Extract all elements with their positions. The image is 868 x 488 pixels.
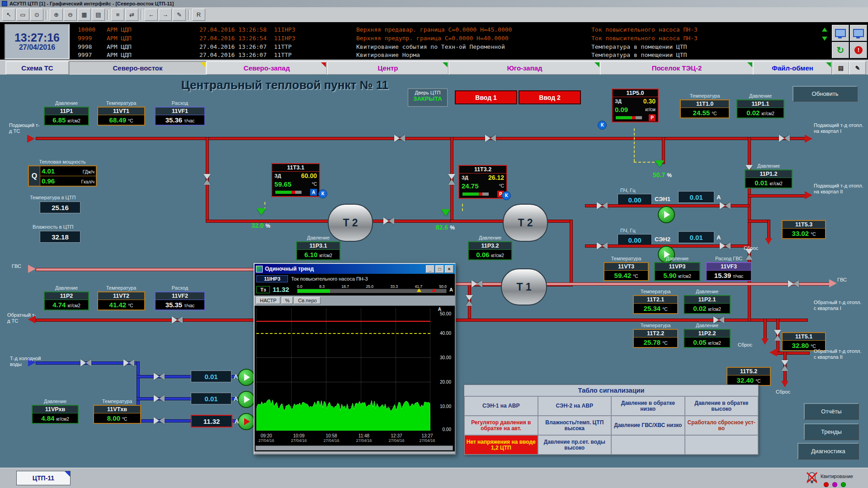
alert-icon-button[interactable]: ! <box>850 42 867 58</box>
instrument-unit: °С <box>122 417 127 422</box>
flow-arrow <box>805 135 812 143</box>
instrument-value: 6.85 <box>52 116 66 124</box>
scroll-up-button[interactable] <box>822 28 827 32</box>
warning-marker <box>417 288 421 292</box>
refresh-button[interactable]: Обновить <box>793 86 858 102</box>
pump3-current: 11.32А <box>191 415 239 427</box>
menu-button[interactable]: ≡ <box>111 9 124 21</box>
grid-view-button[interactable]: ▦ <box>78 9 91 21</box>
tab-shema-ts[interactable]: Схема ТС <box>5 61 69 75</box>
bell-muted-icon[interactable] <box>806 471 818 484</box>
scroll-down-button[interactable] <box>822 37 827 41</box>
pv-value: 59.65 <box>274 180 292 188</box>
instrument-11P3.2: Давление 11P3.2 0.06кг/см2 <box>468 235 512 260</box>
status-dots <box>824 481 849 488</box>
edit-button[interactable]: ✎ <box>173 9 186 21</box>
pump-current-value: 0.01 <box>191 371 231 382</box>
tab-severo-vostok[interactable]: Северо-восток <box>69 61 207 75</box>
pump-icon[interactable] <box>238 391 255 408</box>
event-row[interactable]: 9997АРМ ЦДП27.04.2016 13:26:0711TTPКвити… <box>78 51 687 59</box>
k-badge: К <box>598 121 607 130</box>
close-button[interactable]: × <box>445 265 453 273</box>
instrument-tag: 11VF3 <box>707 263 751 271</box>
valve-icon <box>154 373 165 380</box>
shape-tool-button[interactable]: ▭ <box>16 9 29 21</box>
event-row[interactable]: 9998АРМ ЦДП27.04.2016 13:26:0711TTPКвити… <box>78 43 687 51</box>
event-row[interactable]: 9999АРМ ЦДП27.04.2016 13:26:5411IHP3Верх… <box>78 34 698 42</box>
instrument-11T2.2: Температура 11T2.2 25.78°С <box>633 323 678 348</box>
control-valve-icon[interactable] <box>441 209 450 216</box>
event-tag: 11TTP <box>274 51 356 59</box>
zoom-out-button[interactable]: ⊖ <box>64 9 77 21</box>
instrument-caption: Давление <box>654 256 700 261</box>
workstation-icon-button[interactable] <box>832 25 849 41</box>
instrument-11T2.1: Температура 11T2.1 25.34°С <box>633 289 678 314</box>
y-tick: 30.00 <box>440 355 451 360</box>
app-icon <box>2 1 7 6</box>
tab-corner-flag <box>594 62 599 67</box>
alarm-marker <box>432 288 436 292</box>
instrument-Q: Тепловая мощность Q 4.01ГДж/ч 0.96Гкал/ч <box>28 159 97 187</box>
percent-button[interactable]: % <box>282 297 293 304</box>
instrument-value: 4.01 <box>42 167 55 175</box>
pump-icon[interactable] <box>238 369 255 386</box>
cursor-tool-button[interactable]: ↖ <box>2 9 15 21</box>
reports-button[interactable]: Отчёты <box>804 403 859 420</box>
control-valve-icon[interactable] <box>257 208 266 215</box>
tab-poselok-tec2[interactable]: Поселок ТЭЦ-2 <box>600 61 754 75</box>
sp-value: 26.12 <box>488 174 504 181</box>
controller-11P5.0[interactable]: 11P5.0 ЗД0.30 0.09кг/см Р <box>612 89 659 122</box>
trends-button[interactable]: Тренды <box>804 423 859 440</box>
tab-fail-obmen[interactable]: Файл-обмен <box>753 61 832 75</box>
sp-label: ЗД <box>615 99 622 104</box>
tab-severo-zapad[interactable]: Северо-запад <box>206 61 327 75</box>
annunciator-cell: Влажность/темп. ЦТП высока <box>538 416 612 435</box>
workstation2-icon-button[interactable] <box>850 25 867 41</box>
list-view-button[interactable]: ▤ <box>92 9 105 21</box>
controller-11T3.1[interactable]: 11T3.1 ЗД60.00 59.65°С А <box>271 163 320 197</box>
r-mode-button[interactable]: R <box>192 9 205 21</box>
print-button[interactable]: ▤ <box>832 61 849 75</box>
vvod1-button[interactable]: Ввод 1 <box>455 90 517 104</box>
event-row[interactable]: 10000АРМ ЦДП27.04.2016 13:26:5811IHP3Вер… <box>78 26 698 33</box>
instrument-value: 35.36 <box>165 116 183 124</box>
x-tick: 10:0927/04/16 <box>291 433 307 443</box>
refresh-icon-button[interactable]: ↻ <box>832 42 849 58</box>
pump-icon[interactable] <box>238 413 255 430</box>
settings-button[interactable]: НАСТР <box>256 297 280 304</box>
control-valve-icon[interactable] <box>655 160 664 167</box>
trend-window[interactable]: Одиночный тренд _ □ × 11IHP3 Ток повысит… <box>254 263 456 455</box>
ack-label[interactable]: Квитирование <box>821 474 853 479</box>
instrument-caption: Давление <box>745 163 793 169</box>
trend-titlebar[interactable]: Одиночный тренд _ □ × <box>255 264 455 274</box>
annunciator-cell <box>685 435 759 455</box>
controller-11T3.2[interactable]: 11T3.2 ЗД26.12 24.75°С Р <box>458 165 507 199</box>
vvod2-button[interactable]: Ввод 2 <box>519 90 581 104</box>
pump2-current: 0.01А <box>191 393 238 404</box>
instrument-unit: кг/см2 <box>761 111 774 116</box>
zoom-in-button[interactable]: ⊕ <box>50 9 63 21</box>
maximize-button[interactable]: □ <box>435 265 444 273</box>
edit-note-button[interactable]: ✎ <box>849 61 866 75</box>
ctp-tab[interactable]: ЦТП-11 <box>16 471 71 485</box>
instrument-unit: кг/см2 <box>67 303 80 308</box>
free-pen-button[interactable]: Св.перо <box>294 297 320 304</box>
sen1-pump-icon[interactable] <box>658 206 675 223</box>
minimize-button[interactable]: _ <box>426 265 434 273</box>
tab-yugo-zapad[interactable]: Юго-запад <box>448 61 601 75</box>
event-id: 9998 <box>78 43 107 51</box>
forward-button[interactable]: → <box>159 9 172 21</box>
trend-scrollbar[interactable] <box>255 446 453 450</box>
back-button[interactable]: ← <box>145 9 158 21</box>
swap-view-button[interactable]: ⇄ <box>125 9 138 21</box>
zoom-tool-button[interactable]: ⊙ <box>30 9 43 21</box>
scale-bar-fill <box>297 289 330 293</box>
valve-icon <box>485 135 496 142</box>
pv-value: 0.09 <box>615 106 628 113</box>
instrument-11VP3: Давление 11VP3 5.90кг/см2 <box>654 256 700 281</box>
diagnostics-button[interactable]: Диагностика <box>797 443 859 460</box>
door-state-box: Дверь ЦТП ЗАКРЫТА <box>408 89 448 107</box>
gvs-pipe <box>36 268 254 271</box>
tab-centr[interactable]: Центр <box>327 61 449 75</box>
heat-exchanger-t1[interactable]: Т 1 <box>501 268 547 305</box>
